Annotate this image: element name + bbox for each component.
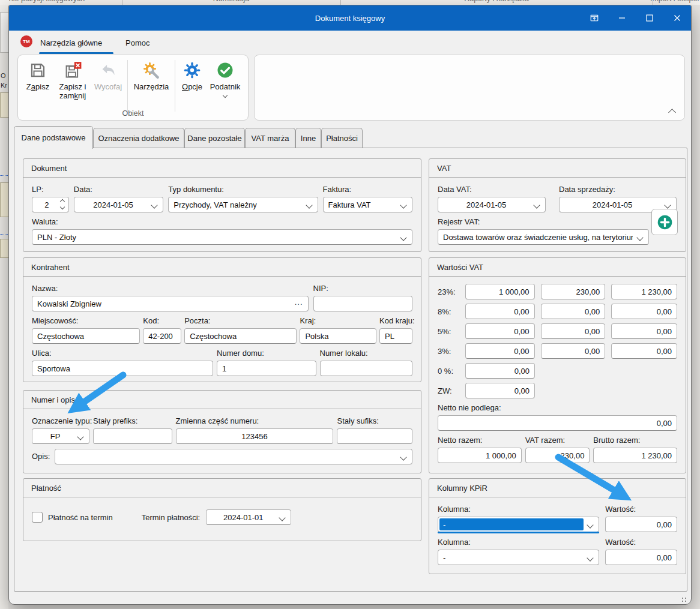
background-app-sliver: O Kr [0, 5, 8, 609]
miejscowosc-input[interactable]: Częstochowa [32, 328, 140, 344]
minimize-icon [617, 13, 627, 23]
kpir-wartosc-field-1[interactable]: 0,00 [605, 517, 677, 532]
group-title: VAT [429, 159, 686, 178]
termin-platnosci-label: Termin płatności: [142, 513, 201, 522]
faktura-label: Faktura: [323, 185, 413, 194]
typ-dokumentu-select[interactable]: Przychody, VAT należny [168, 197, 318, 212]
tab-inne[interactable]: Inne [295, 128, 321, 148]
menubar: TM Narzędzia główne Pomoc [9, 31, 691, 55]
dock-window-button[interactable] [581, 5, 608, 31]
kod-input[interactable]: 42-200 [143, 328, 181, 344]
brutto-razem-field[interactable]: 1 230,00 [593, 448, 677, 463]
chevron-down-icon [587, 554, 594, 561]
tab-platnosci[interactable]: Płatności [321, 128, 363, 148]
focus-underline [438, 532, 599, 533]
close-icon [672, 13, 682, 23]
kraj-input[interactable]: Polska [300, 328, 376, 344]
plus-icon [657, 214, 673, 230]
menu-tab-narzedzia-glowne[interactable]: Narzędzia główne [38, 34, 104, 51]
vat-rate-label: 0 %: [438, 367, 459, 376]
collapse-ribbon-button[interactable] [669, 110, 675, 115]
vat-netto-0-field[interactable]: 0,00 [465, 363, 535, 379]
kontrahent-lookup-button[interactable]: ... [295, 298, 303, 307]
chevron-down-icon [223, 93, 228, 98]
ulica-input[interactable]: Sportowa [32, 361, 213, 376]
active-menu-underline [39, 52, 113, 54]
spin-up-icon[interactable] [60, 199, 65, 204]
faktura-select[interactable]: Faktura VAT [323, 197, 413, 212]
rejestr-vat-select[interactable]: Dostawa towarów oraz świadczenie usług, … [438, 229, 649, 245]
staly-prefiks-input[interactable] [93, 428, 172, 444]
group-kolumny-kpir: Kolumny KPiR Kolumna: - Wartość: [429, 478, 686, 574]
zapisz-i-zamknij-button[interactable]: Zapisz i zamknij [54, 59, 91, 100]
vat-netto-23-field[interactable]: 1 000,00 [465, 284, 535, 299]
background-tab: nie pozycji księgowych [9, 0, 85, 3]
tab-dane-pozostale[interactable]: Dane pozostałe [184, 128, 245, 148]
menu-tab-pomoc[interactable]: Pomoc [123, 34, 152, 51]
kpir-wartosc-field-2[interactable]: 0,00 [605, 550, 677, 565]
vat-vat-5-field[interactable]: 0,00 [541, 323, 606, 339]
ribbon-group-obiekt: Zapisz Zapisz i zamknij Wycofaj [17, 55, 249, 121]
staly-sufiks-input[interactable] [337, 428, 412, 444]
netto-nie-podlega-field[interactable]: 0,00 [438, 415, 677, 431]
vat-brutto-8-field[interactable]: 0,00 [611, 304, 677, 319]
opcje-button[interactable]: Opcje [178, 59, 207, 91]
chevron-down-icon [151, 202, 158, 208]
vat-netto-8-field[interactable]: 0,00 [465, 304, 535, 319]
vat-vat-8-field[interactable]: 0,00 [541, 304, 606, 319]
data-select[interactable]: 2024-01-05 [74, 197, 164, 212]
spin-down-icon[interactable] [60, 205, 65, 209]
kod-kraju-input[interactable]: PL [379, 328, 412, 344]
waluta-select[interactable]: PLN - Złoty [32, 229, 412, 245]
data-vat-select[interactable]: 2024-01-05 [438, 197, 546, 212]
typ-dokumentu-label: Typ dokumentu: [168, 185, 318, 194]
nazwa-input[interactable]: Kowalski Zbigniew ... [32, 296, 309, 311]
opis-select[interactable] [55, 449, 412, 464]
statusbar [9, 591, 691, 604]
termin-platnosci-select[interactable]: 2024-01-01 [206, 509, 291, 525]
kod-kraju-label: Kod kraju: [379, 316, 412, 326]
background-fragment [0, 234, 8, 235]
podatnik-button[interactable]: Podatnik [207, 59, 244, 97]
close-button[interactable] [663, 5, 691, 31]
tab-oznaczenia-dodatkowe[interactable]: Oznaczenia dodatkowe [93, 128, 184, 148]
nip-input[interactable] [313, 296, 412, 311]
background-fragment: O [1, 72, 6, 79]
tab-content-panel: Dokument LP: 2 [14, 148, 687, 592]
numer-domu-input[interactable]: 1 [217, 361, 316, 376]
vat-razem-field[interactable]: 230,00 [525, 448, 590, 463]
vat-netto-zw-field[interactable]: 0,00 [465, 383, 535, 398]
add-vat-register-button[interactable] [651, 209, 678, 235]
numer-lokalu-input[interactable] [320, 361, 413, 376]
ribbon-empty-area [254, 55, 685, 121]
kpir-kolumna-select-1[interactable]: - [438, 517, 599, 532]
narzedzia-button[interactable]: Narzędzia [130, 59, 172, 91]
zmienna-czesc-numeru-input[interactable]: 123456 [176, 428, 334, 444]
netto-razem-field[interactable]: 1 000,00 [438, 448, 522, 463]
vat-netto-3-field[interactable]: 0,00 [465, 343, 535, 359]
chevron-down-icon [400, 454, 406, 460]
maximize-button[interactable] [636, 5, 663, 31]
tab-dane-podstawowe[interactable]: Dane podstawowe [14, 126, 93, 149]
vat-brutto-5-field[interactable]: 0,00 [611, 323, 677, 339]
lp-spinner[interactable]: 2 [32, 197, 69, 212]
poczta-input[interactable]: Częstochowa [184, 328, 297, 344]
chevron-down-icon [279, 514, 286, 521]
vat-brutto-23-field[interactable]: 1 230,00 [611, 284, 677, 299]
tab-vat-marza[interactable]: VAT marża [245, 128, 295, 148]
netto-razem-label: Netto razem: [438, 436, 522, 445]
kpir-kolumna-select-2[interactable]: - [438, 550, 599, 565]
vat-vat-23-field[interactable]: 230,00 [541, 284, 606, 299]
vat-brutto-3-field[interactable]: 0,00 [611, 343, 677, 359]
platnosc-na-termin-checkbox[interactable] [32, 512, 43, 523]
vat-netto-5-field[interactable]: 0,00 [465, 323, 535, 339]
zapisz-button[interactable]: Zapisz [22, 59, 54, 91]
vat-vat-3-field[interactable]: 0,00 [541, 343, 606, 359]
oznaczenie-typu-select[interactable]: FP [32, 428, 89, 444]
vat-rate-label: 8%: [438, 307, 459, 316]
wycofaj-button[interactable]: Wycofaj [91, 59, 125, 91]
rejestr-vat-label: Rejestr VAT: [438, 217, 649, 227]
minimize-button[interactable] [608, 5, 636, 31]
resize-grip[interactable] [682, 598, 683, 599]
separator [653, 0, 653, 5]
